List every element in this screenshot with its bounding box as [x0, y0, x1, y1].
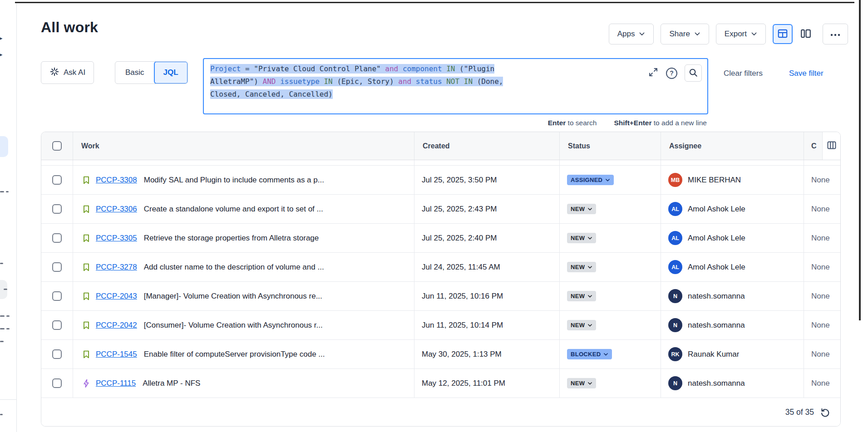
table-row[interactable]: PCCP-1115Alletra MP - NFSMay 12, 2025, 1… [41, 369, 840, 398]
search-button[interactable] [685, 64, 702, 82]
assignee-cell[interactable]: RKRaunak Kumar [661, 340, 804, 368]
row-checkbox[interactable] [52, 320, 62, 330]
created-cell: Jul 25, 2025, 3:50 PM [414, 166, 560, 194]
status-badge[interactable]: NEW [567, 233, 596, 243]
row-select-cell[interactable] [41, 195, 73, 223]
row-select-cell[interactable] [41, 253, 73, 281]
refresh-icon[interactable] [820, 407, 830, 417]
extra-field-cell[interactable]: None [804, 195, 840, 223]
issue-key-link[interactable]: PCCP-2042 [96, 321, 137, 330]
assignee-cell[interactable]: MBMIKE BERHAN [661, 166, 804, 194]
jql-selected-text: Project = "Private Cloud Control Plane" … [210, 64, 494, 74]
issue-summary[interactable]: Create a standalone volume and export it… [144, 205, 323, 214]
status-badge[interactable]: NEW [567, 204, 596, 214]
export-button[interactable]: Export [716, 24, 766, 44]
basic-mode-button[interactable]: Basic [115, 62, 154, 83]
table-row[interactable]: PCCP-3278Add cluster name to the descrip… [41, 253, 840, 282]
select-all-cell[interactable] [41, 132, 73, 160]
issue-summary[interactable]: Retrieve the storage properties from All… [144, 234, 319, 243]
assignee-cell[interactable]: ALAmol Ashok Lele [661, 224, 804, 252]
row-select-cell[interactable] [41, 369, 73, 398]
more-icon [830, 29, 840, 39]
table-row[interactable]: PCCP-2042[Consumer]- Volume Creation wit… [41, 311, 840, 340]
row-checkbox[interactable] [52, 349, 62, 359]
detail-view-button[interactable] [796, 24, 816, 44]
status-badge[interactable]: BLOCKED [567, 349, 612, 359]
issue-summary[interactable]: Enable filter of computeServer provision… [144, 350, 325, 359]
assignee-cell[interactable]: Nnatesh.somanna [661, 369, 804, 398]
sidebar-item-fragment [0, 191, 4, 192]
row-select-cell[interactable] [41, 311, 73, 339]
extra-field-cell[interactable]: None [804, 253, 840, 281]
avatar: AL [668, 231, 682, 245]
row-checkbox[interactable] [52, 204, 62, 214]
row-checkbox[interactable] [52, 378, 62, 388]
issue-key-link[interactable]: PCCP-1115 [96, 379, 136, 388]
status-badge[interactable]: NEW [567, 320, 596, 330]
row-select-cell[interactable] [41, 282, 73, 310]
created-cell: May 12, 2025, 11:01 PM [414, 369, 560, 398]
status-badge[interactable]: ASSIGNED [567, 175, 614, 185]
more-actions-button[interactable] [823, 24, 848, 44]
assignee-cell[interactable]: Nnatesh.somanna [661, 311, 804, 339]
table-row[interactable]: PCCP-2043[Manager]- Volume Creation with… [41, 282, 840, 311]
extra-field-cell[interactable]: None [804, 224, 840, 252]
issue-key-link[interactable]: PCCP-3305 [96, 234, 137, 243]
extra-field-cell[interactable]: None [804, 311, 840, 339]
window-top-edge [15, 2, 854, 3]
issue-key-link[interactable]: PCCP-2043 [96, 292, 137, 301]
list-view-button[interactable] [773, 24, 793, 44]
status-badge[interactable]: NEW [567, 378, 596, 388]
jql-query-input[interactable]: Project = "Private Cloud Control Plane" … [203, 58, 708, 114]
row-checkbox[interactable] [52, 175, 62, 185]
assignee-cell[interactable]: ALAmol Ashok Lele [661, 195, 804, 223]
row-select-cell[interactable] [41, 166, 73, 194]
column-header-status[interactable]: Status [560, 132, 661, 160]
share-button[interactable]: Share [661, 24, 709, 44]
sidebar-item-active[interactable] [0, 136, 8, 157]
issue-summary[interactable]: [Consumer]- Volume Creation with Asynchr… [144, 321, 323, 330]
select-all-checkbox[interactable] [52, 141, 62, 151]
status-badge[interactable]: NEW [567, 262, 596, 272]
status-badge[interactable]: NEW [567, 291, 596, 301]
column-header-extra-label[interactable]: C [804, 142, 822, 150]
column-header-created[interactable]: Created [414, 132, 560, 160]
table-row[interactable]: PCCP-3308Modify SAL and Plugin to includ… [41, 166, 840, 195]
issue-summary[interactable]: Add cluster name to the description of v… [144, 263, 324, 272]
issue-key-link[interactable]: PCCP-3306 [96, 205, 137, 214]
row-checkbox[interactable] [52, 262, 62, 272]
work-cell: PCCP-3278Add cluster name to the descrip… [73, 253, 414, 281]
column-header-extra: C [804, 132, 840, 160]
extra-field-cell[interactable]: None [804, 282, 840, 310]
expand-icon[interactable] [648, 67, 659, 79]
extra-field-cell[interactable]: None [804, 340, 840, 368]
save-filter-link[interactable]: Save filter [789, 69, 824, 78]
extra-field-cell[interactable]: None [804, 369, 840, 398]
column-header-work[interactable]: Work [73, 132, 414, 160]
extra-field-cell[interactable]: None [804, 166, 840, 194]
row-checkbox[interactable] [52, 291, 62, 301]
apps-button[interactable]: Apps [609, 24, 654, 44]
assignee-cell[interactable]: Nnatesh.somanna [661, 282, 804, 310]
clear-filters-button[interactable]: Clear filters [724, 69, 763, 78]
issue-key-link[interactable]: PCCP-3278 [96, 263, 137, 272]
issue-key-link[interactable]: PCCP-1545 [96, 350, 137, 359]
jql-mode-button[interactable]: JQL [154, 61, 188, 84]
row-select-cell[interactable] [41, 340, 73, 368]
column-header-assignee[interactable]: Assignee [661, 132, 804, 160]
configure-columns-button[interactable] [822, 132, 840, 160]
ask-ai-button[interactable]: Ask AI [41, 61, 94, 84]
issue-key-link[interactable]: PCCP-3308 [96, 176, 137, 185]
row-select-cell[interactable] [41, 224, 73, 252]
issue-summary[interactable]: Alletra MP - NFS [143, 379, 200, 388]
issue-summary[interactable]: Modify SAL and Plugin to include comment… [144, 176, 324, 185]
help-icon[interactable]: ? [666, 68, 677, 79]
chevron-right-icon[interactable]: ▸ [0, 50, 3, 59]
chevron-right-icon[interactable]: ▸ [0, 34, 3, 42]
issue-summary[interactable]: [Manager]- Volume Creation with Asynchro… [144, 292, 322, 301]
row-checkbox[interactable] [52, 233, 62, 243]
assignee-cell[interactable]: ALAmol Ashok Lele [661, 253, 804, 281]
table-row[interactable]: PCCP-1545Enable filter of computeServer … [41, 340, 840, 369]
table-row[interactable]: PCCP-3306Create a standalone volume and … [41, 195, 840, 224]
table-row[interactable]: PCCP-3305Retrieve the storage properties… [41, 224, 840, 253]
